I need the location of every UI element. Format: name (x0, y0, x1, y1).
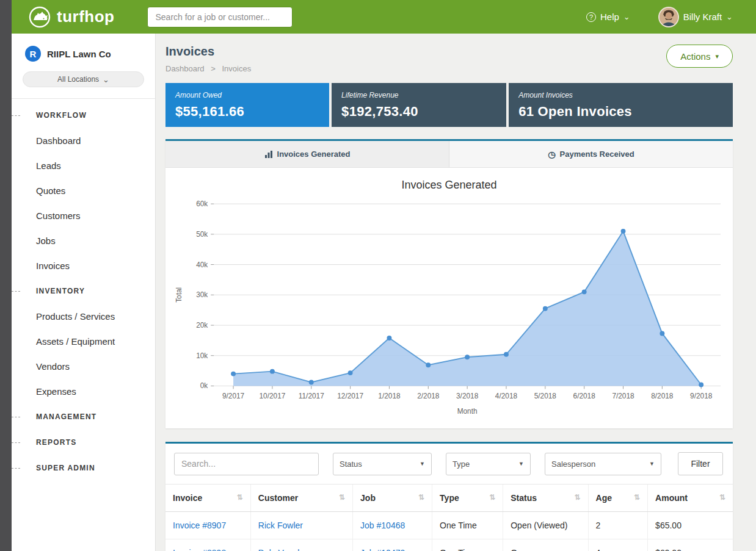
chart-area: Invoices Generated 0k10k20k30k40k50k60k9… (165, 168, 733, 428)
svg-text:Month: Month (457, 407, 478, 416)
stat-label: Lifetime Revenue (341, 91, 496, 99)
sidebar-section-reports[interactable]: REPORTS (12, 430, 155, 455)
svg-text:9/2018: 9/2018 (690, 392, 713, 400)
bar-chart-icon (264, 150, 273, 159)
company-selector[interactable]: R RIIPL Lawn Co (12, 34, 155, 69)
sort-icon[interactable]: ⇅ (575, 493, 581, 502)
window-edge-strip (0, 0, 12, 551)
sidebar-item-assets-equipment[interactable]: Assets / Equipment (12, 329, 155, 354)
sidebar-item-expenses[interactable]: Expenses (12, 379, 155, 404)
sidebar-item-jobs[interactable]: Jobs (12, 228, 155, 253)
select-arrow-icon: ▼ (649, 461, 655, 467)
cell-invoice[interactable]: Invoice #8907 (165, 512, 250, 539)
avatar-photo (660, 8, 678, 26)
avatar (658, 7, 679, 27)
cell-status: Open (503, 539, 588, 551)
svg-text:1/2018: 1/2018 (378, 392, 401, 400)
sidebar-item-customers[interactable]: Customers (12, 203, 155, 228)
svg-text:Total: Total (175, 287, 183, 303)
caret-down-icon: ▾ (715, 52, 719, 60)
sort-icon[interactable]: ⇅ (339, 493, 345, 502)
sort-icon[interactable]: ⇅ (489, 493, 495, 502)
stat-value: $55,161.66 (175, 104, 319, 120)
stats-row: Amount Owed$55,161.66Lifetime Revenue$19… (165, 83, 733, 127)
stat-value: 61 Open Invoices (518, 104, 723, 120)
cell-job[interactable]: Job #10468 (353, 512, 432, 539)
cell-job[interactable]: Job #10470 (353, 539, 432, 551)
stat-card-lifetime-revenue: Lifetime Revenue$192,753.40 (332, 83, 506, 127)
sort-icon[interactable]: ⇅ (418, 493, 424, 502)
column-header-status[interactable]: Status⇅ (503, 484, 588, 512)
salesperson-filter-label: Salesperson (551, 459, 595, 469)
sort-icon[interactable]: ⇅ (719, 493, 725, 502)
sidebar-item-vendors[interactable]: Vendors (12, 354, 155, 379)
cell-customer[interactable]: Rick Fowler (250, 512, 352, 539)
locations-label: All Locations (57, 75, 99, 84)
sidebar-item-leads[interactable]: Leads (12, 153, 155, 178)
svg-text:7/2018: 7/2018 (612, 392, 634, 400)
column-label: Invoice (173, 493, 202, 503)
svg-text:20k: 20k (196, 321, 208, 330)
column-label: Amount (655, 493, 688, 503)
sidebar-section-super-admin[interactable]: SUPER ADMIN (12, 455, 155, 481)
salesperson-filter-select[interactable]: Salesperson ▼ (545, 453, 661, 475)
user-menu[interactable]: Billy Kraft ⌄ (658, 7, 733, 27)
svg-text:50k: 50k (196, 230, 208, 239)
column-header-amount[interactable]: Amount⇅ (648, 484, 733, 512)
column-header-age[interactable]: Age⇅ (588, 484, 648, 512)
cell-age: 2 (588, 512, 648, 539)
cell-customer[interactable]: Dale Vaughn (250, 539, 352, 551)
locations-dropdown[interactable]: All Locations ⌄ (23, 71, 144, 87)
breadcrumb-dashboard[interactable]: Dashboard (165, 64, 205, 73)
column-label: Type (440, 493, 459, 503)
sidebar-section-inventory[interactable]: INVENTORY (12, 278, 155, 304)
sidebar-item-invoices[interactable]: Invoices (12, 253, 155, 278)
sidebar-item-quotes[interactable]: Quotes (12, 178, 155, 203)
table-row: Invoice #8907Rick FowlerJob #10468One Ti… (165, 512, 733, 539)
sidebar-item-dashboard[interactable]: Dashboard (12, 128, 155, 153)
column-header-invoice[interactable]: Invoice⇅ (165, 484, 250, 512)
chevron-down-icon: ⌄ (726, 12, 733, 21)
svg-text:10/2017: 10/2017 (260, 392, 286, 400)
column-label: Customer (258, 493, 298, 503)
svg-text:9/2017: 9/2017 (222, 392, 244, 400)
tab-invoices-generated[interactable]: Invoices Generated (165, 141, 449, 167)
help-menu[interactable]: ? Help ⌄ (586, 12, 630, 22)
table-row: Invoice #8898Dale VaughnJob #10470One Ti… (165, 539, 733, 551)
select-arrow-icon: ▼ (518, 461, 524, 467)
status-filter-select[interactable]: Status ▼ (333, 453, 432, 475)
column-header-type[interactable]: Type⇅ (432, 484, 503, 512)
svg-text:10k: 10k (196, 351, 208, 360)
topbar: turfhop ? Help ⌄ Bill (12, 0, 756, 34)
table-search-input[interactable] (174, 453, 319, 475)
sidebar-item-products-services[interactable]: Products / Services (12, 304, 155, 329)
chevron-down-icon: ⌄ (103, 75, 109, 84)
app: turfhop ? Help ⌄ Bill (12, 0, 756, 551)
sidebar: R RIIPL Lawn Co All Locations ⌄ WORKFLOW… (12, 34, 156, 551)
sidebar-section-management[interactable]: MANAGEMENT (12, 404, 155, 430)
breadcrumb-current: Invoices (222, 64, 251, 73)
type-filter-select[interactable]: Type ▼ (446, 453, 531, 475)
stat-value: $192,753.40 (341, 104, 496, 120)
invoices-table: Invoice⇅Customer⇅Job⇅Type⇅Status⇅Age⇅Amo… (165, 484, 733, 551)
actions-button[interactable]: Actions ▾ (666, 45, 733, 68)
tab-payments-received[interactable]: ◷Payments Received (449, 141, 733, 167)
svg-text:8/2018: 8/2018 (651, 392, 674, 400)
svg-text:6/2018: 6/2018 (573, 392, 596, 400)
column-header-customer[interactable]: Customer⇅ (250, 484, 352, 512)
svg-text:60k: 60k (196, 200, 208, 208)
svg-text:40k: 40k (196, 261, 208, 269)
global-search-input[interactable] (147, 7, 293, 27)
sort-icon[interactable]: ⇅ (634, 493, 640, 502)
select-arrow-icon: ▼ (420, 461, 425, 467)
help-label: Help (600, 12, 619, 22)
filter-button[interactable]: Filter (678, 452, 723, 475)
brand-home-link[interactable]: turfhop (29, 6, 114, 28)
column-header-job[interactable]: Job⇅ (353, 484, 432, 512)
svg-text:12/2017: 12/2017 (337, 392, 363, 400)
svg-text:0k: 0k (200, 381, 208, 390)
sidebar-section-workflow[interactable]: WORKFLOW (12, 103, 155, 128)
cell-invoice[interactable]: Invoice #8898 (165, 539, 250, 551)
sort-icon[interactable]: ⇅ (237, 493, 243, 502)
svg-text:4/2018: 4/2018 (495, 392, 518, 400)
